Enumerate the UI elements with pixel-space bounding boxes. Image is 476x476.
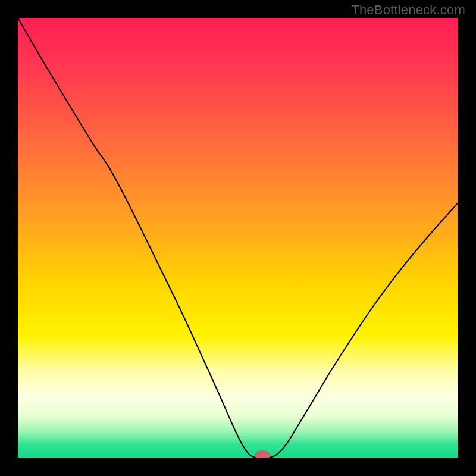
bottleneck-curve — [18, 18, 458, 458]
plot-area — [18, 18, 458, 458]
watermark-text: TheBottleneck.com — [351, 2, 465, 18]
optimal-point-marker — [255, 450, 270, 458]
chart-stage: TheBottleneck.com — [0, 0, 476, 476]
